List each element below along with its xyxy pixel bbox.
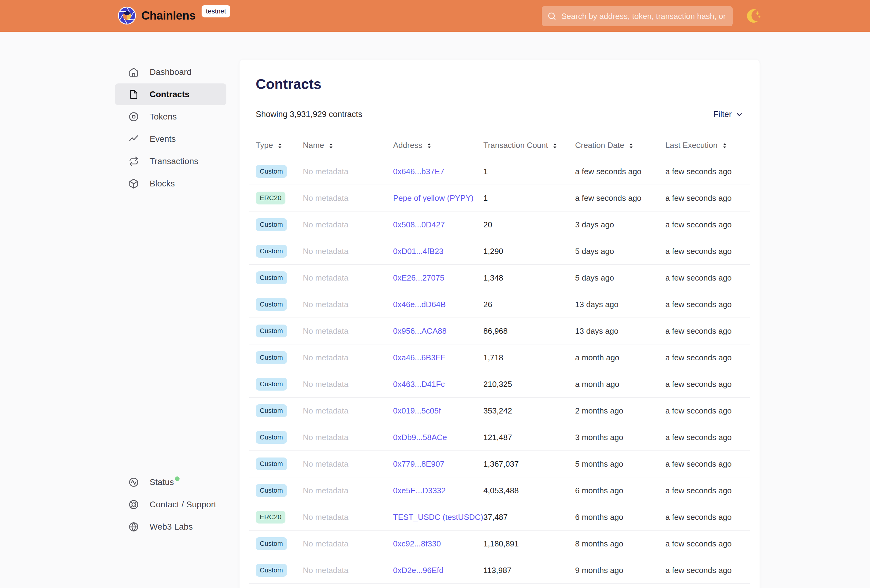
creation-date: a month ago — [575, 380, 665, 389]
sidebar-item-transactions[interactable]: Transactions — [115, 150, 226, 172]
sort-icon — [425, 142, 433, 150]
sidebar-item-label: Status — [150, 477, 174, 487]
table-row: Custom No metadata 0xD01...4fB23 1,290 5… — [249, 238, 750, 265]
column-header-address: Address — [393, 141, 483, 150]
filter-label: Filter — [714, 110, 732, 119]
table-header-row: Type Name Address Transaction Count Crea — [249, 119, 750, 158]
contract-type-badge: Custom — [256, 165, 287, 178]
contract-name: No metadata — [303, 273, 393, 283]
contract-address-link[interactable]: 0xa46...6B3FF — [393, 353, 445, 362]
contract-type-badge: Custom — [256, 404, 287, 417]
sidebar-item-status[interactable]: Status — [115, 471, 226, 493]
contract-address-link[interactable]: 0x779...8E907 — [393, 459, 444, 469]
transaction-count: 26 — [483, 300, 575, 309]
last-execution: a few seconds ago — [665, 566, 750, 575]
contract-address-link[interactable]: 0xc92...8f330 — [393, 539, 441, 548]
transaction-count: 353,242 — [483, 406, 575, 416]
dark-mode-toggle-moon-icon[interactable] — [745, 7, 762, 25]
table-row: Custom No metadata 0xE26...27075 1,348 5… — [249, 265, 750, 291]
contract-type-badge: Custom — [256, 431, 287, 444]
sidebar-item-label: Dashboard — [150, 67, 192, 77]
creation-date: 6 months ago — [575, 512, 665, 522]
contract-address-link[interactable]: 0xD01...4fB23 — [393, 246, 444, 256]
column-header-last-execution[interactable]: Last Execution — [665, 141, 750, 150]
contract-address-link[interactable]: 0x508...0D427 — [393, 220, 445, 229]
activity-icon — [128, 134, 139, 144]
transaction-count: 1,180,891 — [483, 539, 575, 549]
last-execution: a few seconds ago — [665, 220, 750, 230]
home-icon — [128, 67, 139, 77]
table-row: ERC20 No metadata TEST_USDC (testUSDC) 3… — [249, 504, 750, 530]
contract-address-link[interactable]: 0xE26...27075 — [393, 273, 444, 282]
creation-date: 5 days ago — [575, 246, 665, 256]
contract-name: No metadata — [303, 459, 393, 469]
creation-date: a few seconds ago — [575, 193, 665, 203]
contract-name: No metadata — [303, 353, 393, 362]
contract-address-link[interactable]: 0x46e...dD64B — [393, 300, 446, 309]
search-input[interactable] — [561, 11, 727, 21]
table-row: Custom No metadata 0x019...5c05f 353,242… — [249, 398, 750, 424]
last-execution: a few seconds ago — [665, 406, 750, 416]
contract-address-link[interactable]: 0x646...b37E7 — [393, 167, 444, 176]
token-icon — [128, 111, 139, 122]
sidebar-item-label: Tokens — [150, 112, 177, 122]
sidebar-item-label: Web3 Labs — [150, 522, 193, 532]
sidebar-item-contracts[interactable]: Contracts — [115, 83, 226, 105]
transaction-count: 1,348 — [483, 273, 575, 283]
sidebar-item-dashboard[interactable]: Dashboard — [115, 61, 226, 83]
last-execution: a few seconds ago — [665, 353, 750, 362]
transaction-count: 4,053,488 — [483, 486, 575, 495]
contract-address-link[interactable]: 0xe5E...D3332 — [393, 486, 446, 495]
contract-address-link[interactable]: 0x019...5c05f — [393, 406, 441, 415]
last-execution: a few seconds ago — [665, 246, 750, 256]
sidebar-item-label: Events — [150, 134, 176, 144]
repeat-icon — [128, 156, 139, 166]
sidebar-item-web3-labs[interactable]: Web3 Labs — [115, 516, 226, 538]
contract-address-link[interactable]: Pepe of yellow (PYPY) — [393, 193, 474, 203]
contract-address-link[interactable]: 0x463...D41Fc — [393, 380, 445, 389]
creation-date: 3 months ago — [575, 433, 665, 442]
table-row: Custom No metadata 0xD2e...96Efd 113,987… — [249, 557, 750, 584]
contracts-count-summary: Showing 3,931,929 contracts — [256, 110, 362, 119]
sidebar-item-tokens[interactable]: Tokens — [115, 106, 226, 128]
contract-type-badge: ERC20 — [256, 511, 285, 524]
sidebar-item-contact-support[interactable]: Contact / Support — [115, 494, 226, 515]
contract-type-badge: Custom — [256, 218, 287, 231]
contract-address-link[interactable]: 0xD2e...96Efd — [393, 566, 444, 575]
search-icon — [547, 12, 556, 21]
creation-date: 13 days ago — [575, 300, 665, 309]
table-row: Custom No metadata 0xDb9...58ACe 121,487… — [249, 424, 750, 451]
contract-address-link[interactable]: 0x956...ACA88 — [393, 327, 447, 336]
search-bar[interactable] — [542, 6, 733, 26]
sidebar-item-label: Blocks — [150, 179, 175, 189]
contract-address-link[interactable]: 0xDb9...58ACe — [393, 433, 447, 442]
transaction-count: 1,290 — [483, 246, 575, 256]
filter-button[interactable]: Filter — [714, 110, 743, 119]
transaction-count: 86,968 — [483, 327, 575, 336]
creation-date: 5 days ago — [575, 273, 665, 283]
creation-date: 9 months ago — [575, 566, 665, 575]
last-execution: a few seconds ago — [665, 459, 750, 469]
table-row: Custom No metadata 0x46e...dD64B 26 13 d… — [249, 291, 750, 318]
creation-date: 6 months ago — [575, 486, 665, 495]
sidebar-item-events[interactable]: Events — [115, 128, 226, 150]
last-execution: a few seconds ago — [665, 512, 750, 522]
column-header-creation-date[interactable]: Creation Date — [575, 141, 665, 150]
env-badge: testnet — [202, 5, 230, 18]
brand-name: Chainlens — [142, 9, 195, 22]
brand[interactable]: Chainlens testnet — [118, 6, 230, 25]
sidebar-item-blocks[interactable]: Blocks — [115, 173, 226, 195]
contract-name: No metadata — [303, 167, 393, 176]
contract-type-badge: Custom — [256, 245, 287, 258]
creation-date: 13 days ago — [575, 327, 665, 336]
last-execution: a few seconds ago — [665, 380, 750, 389]
transaction-count: 1 — [483, 193, 575, 203]
contract-address-link[interactable]: TEST_USDC (testUSDC) — [393, 512, 483, 522]
contract-type-badge: Custom — [256, 484, 287, 497]
last-execution: a few seconds ago — [665, 327, 750, 336]
creation-date: 2 months ago — [575, 406, 665, 416]
column-header-transaction-count[interactable]: Transaction Count — [483, 141, 575, 150]
sort-icon — [721, 142, 728, 150]
contract-type-badge: Custom — [256, 457, 287, 470]
last-execution: a few seconds ago — [665, 539, 750, 549]
